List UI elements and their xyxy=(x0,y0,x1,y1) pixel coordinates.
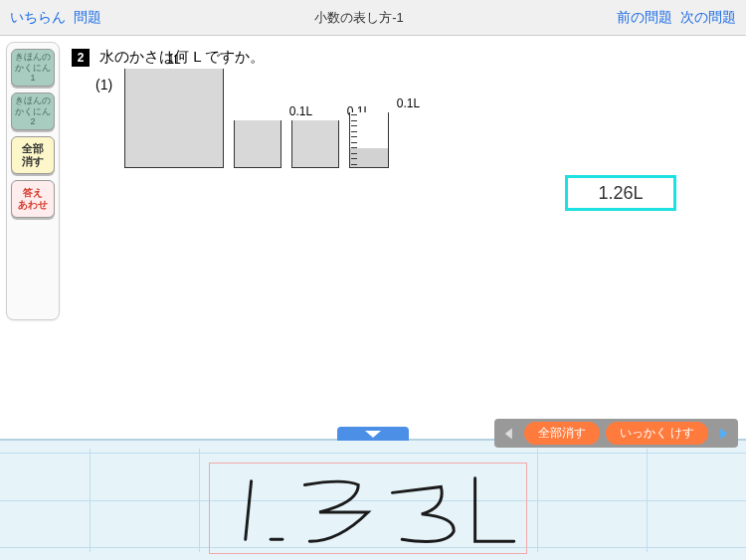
list-link[interactable]: いちらん xyxy=(10,9,66,27)
basic-check-1-button[interactable]: きほんの かくにん1 xyxy=(11,49,55,87)
page-title: 小数の表し方-1 xyxy=(101,9,617,27)
label-0.1L-beaker: 0.1L xyxy=(397,96,420,110)
answer-value: 1.26L xyxy=(598,183,643,204)
clear-all-button[interactable]: 全部 消す xyxy=(11,136,55,174)
basic-check-2-button[interactable]: きほんの かくにん2 xyxy=(11,93,55,130)
arrow-right-icon[interactable] xyxy=(714,425,732,443)
problem-area: 2 水のかさは何 L ですか。 (1) 1L 0.1L 0.1L xyxy=(72,36,746,168)
check-answer-button[interactable]: 答え あわせ xyxy=(11,180,55,218)
label-1L: 1L xyxy=(167,53,180,67)
container-0.1L-a: 0.1L xyxy=(234,120,281,168)
handwriting-input-box[interactable] xyxy=(209,463,527,554)
erase-one-stroke-button[interactable]: いっかく けす xyxy=(606,422,708,445)
arrow-left-icon[interactable] xyxy=(500,425,518,443)
handwriting-panel: 全部消す いっかく けす xyxy=(0,439,746,560)
clear-all-strokes-button[interactable]: 全部消す xyxy=(524,422,600,445)
container-0.1L-b: 0.1L xyxy=(291,120,339,168)
handwritten-strokes xyxy=(210,464,526,553)
question-text: 水のかさは何 L ですか。 xyxy=(99,48,265,67)
prev-question-link[interactable]: 前の問題 xyxy=(617,9,672,27)
side-toolbar: きほんの かくにん1 きほんの かくにん2 全部 消す 答え あわせ xyxy=(6,42,60,320)
answer-input-box[interactable]: 1.26L xyxy=(565,175,676,211)
label-0.1L: 0.1L xyxy=(289,104,312,118)
subquestion-number: (1) xyxy=(95,77,112,93)
water-containers-diagram: 1L 0.1L 0.1L xyxy=(124,69,389,168)
writing-grid[interactable] xyxy=(0,449,746,552)
container-1L: 1L xyxy=(124,69,224,168)
panel-collapse-handle[interactable] xyxy=(337,427,409,441)
question-number: 2 xyxy=(72,49,90,67)
content-area: きほんの かくにん1 きほんの かくにん2 全部 消す 答え あわせ 2 水のか… xyxy=(0,36,746,439)
problem-link[interactable]: 問題 xyxy=(74,9,101,27)
handwriting-toolbar: 全部消す いっかく けす xyxy=(494,419,738,448)
next-question-link[interactable]: 次の問題 xyxy=(680,9,736,27)
container-beaker: 0.1L xyxy=(349,112,389,168)
top-nav-bar: いちらん 問題 小数の表し方-1 前の問題 次の問題 xyxy=(0,0,746,36)
